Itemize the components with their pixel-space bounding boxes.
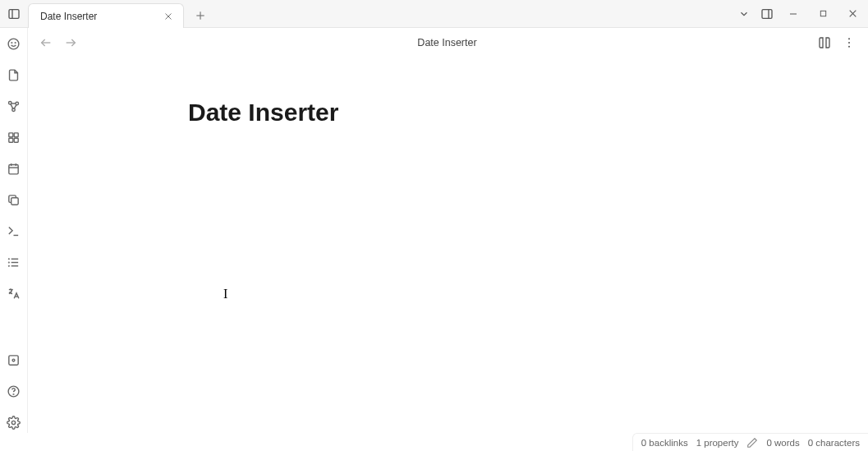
tab-strip: Date Inserter [28,0,212,27]
svg-point-34 [8,258,9,259]
more-options-button[interactable] [838,32,860,53]
svg-line-19 [11,104,13,108]
ribbon-sidebar [0,28,28,433]
svg-point-14 [15,42,16,43]
editor-area[interactable]: Date Inserter I [28,58,868,433]
nav-forward-button[interactable] [61,33,80,53]
grid-icon[interactable] [3,127,25,148]
svg-rect-23 [9,138,13,142]
svg-point-13 [11,42,12,43]
settings-icon[interactable] [3,412,25,433]
svg-rect-29 [11,197,19,205]
nav-back-button[interactable] [36,33,56,53]
titlebar-controls [733,2,868,26]
emoji-icon[interactable] [3,33,25,54]
window-maximize-button[interactable] [809,2,837,26]
main: Date Inserter Date Inserter I [0,28,868,433]
status-characters[interactable]: 0 characters [808,438,860,448]
status-words[interactable]: 0 words [766,438,799,448]
reading-mode-icon[interactable] [814,32,835,53]
svg-point-45 [848,42,850,44]
svg-rect-37 [9,355,18,364]
tab-title: Date Inserter [40,11,97,22]
collapse-sidebar-button[interactable] [3,3,25,25]
help-icon[interactable] [3,380,25,402]
calendar-icon[interactable] [3,158,25,179]
translate-icon[interactable] [3,283,25,304]
document-heading: Date Inserter [188,99,868,127]
vault-icon[interactable] [3,349,25,370]
window-close-button[interactable] [838,2,866,26]
titlebar: Date Inserter [0,0,868,28]
svg-rect-21 [9,132,13,136]
content-pane: Date Inserter Date Inserter I [28,28,868,433]
status-backlinks[interactable]: 0 backlinks [641,438,688,448]
list-icon[interactable] [3,251,25,273]
svg-point-35 [8,262,9,263]
svg-point-36 [8,265,9,266]
status-bar: 0 backlinks 1 property 0 words 0 charact… [632,433,868,451]
status-properties[interactable]: 1 property [696,438,739,448]
svg-point-41 [11,421,15,424]
file-icon[interactable] [3,64,25,85]
svg-point-12 [8,39,19,49]
svg-point-38 [12,359,15,361]
content-title: Date Inserter [85,37,809,48]
terminal-icon[interactable] [3,220,25,242]
close-tab-button[interactable] [162,10,175,23]
content-header: Date Inserter [28,28,868,58]
svg-rect-25 [9,164,18,173]
svg-rect-24 [14,138,18,142]
tab-list-dropdown[interactable] [733,3,755,25]
svg-rect-6 [762,9,772,18]
tab-active[interactable]: Date Inserter [28,3,184,28]
copy-icon[interactable] [3,189,25,210]
pencil-icon[interactable] [746,437,758,449]
svg-point-40 [13,393,14,394]
window-minimize-button[interactable] [779,2,807,26]
toggle-right-sidebar-button[interactable] [756,3,778,25]
svg-rect-0 [9,9,19,18]
svg-point-44 [848,38,850,39]
svg-rect-22 [14,132,18,136]
new-tab-button[interactable] [189,4,212,27]
text-cursor: I [223,287,224,300]
graph-icon[interactable] [3,95,25,117]
svg-rect-9 [820,11,825,16]
svg-line-20 [14,104,16,108]
svg-point-46 [848,46,850,48]
